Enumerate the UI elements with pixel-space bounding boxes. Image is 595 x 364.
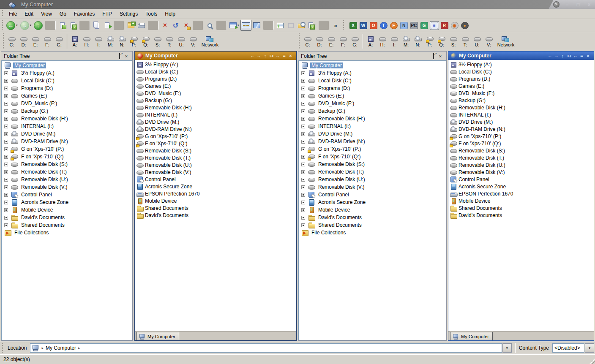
tree-item-file-collections[interactable]: File Collections (2, 229, 132, 236)
tree-item-david-s-documents[interactable]: David's Documents (2, 214, 132, 221)
tree-item-david-s-documents[interactable]: David's Documents (299, 214, 446, 221)
file-item-dvd-drive-m[interactable]: DVD Drive (M:) (449, 118, 594, 125)
menu-item-ftp[interactable]: FTP (98, 10, 116, 18)
folder-search-button[interactable] (296, 20, 307, 31)
tree-item-dvd-music-f[interactable]: DVD_Music (F:) (2, 100, 132, 107)
drive-button-d[interactable]: D: (18, 35, 30, 47)
drive-button-m[interactable]: M: (400, 35, 412, 47)
expand-toggle-icon[interactable] (301, 140, 305, 144)
tree-item-removable-disk-v[interactable]: Removable Disk (V:) (299, 183, 446, 191)
tree-item-shared-documents[interactable]: Shared Documents (2, 221, 132, 229)
file-item-control-panel[interactable]: Control Panel (449, 176, 594, 183)
drive-button-c[interactable]: C: (302, 35, 314, 47)
drive-button-f[interactable]: F: (337, 35, 349, 47)
drive-button-u[interactable]: U: (175, 35, 187, 47)
drive-button-h[interactable]: H: (377, 35, 388, 47)
close-button[interactable]: × (586, 2, 592, 8)
file-item-local-disk-c[interactable]: Local Disk (C:) (449, 68, 594, 75)
tree-item-removable-disk-v[interactable]: Removable Disk (V:) (2, 183, 132, 191)
file-item-g-on-xps-710-p[interactable]: G on 'Xps-710' (P:) (136, 133, 296, 140)
file-item-removable-disk-u[interactable]: Removable Disk (U:) (449, 161, 594, 168)
tree-item-g-on-xps-710-p[interactable]: G on 'Xps-710' (P:) (299, 145, 446, 153)
file-item-shared-documents[interactable]: Shared Documents (136, 204, 296, 212)
tree-item-removable-disk-u[interactable]: Removable Disk (U:) (299, 176, 446, 183)
tree-item-backup-g[interactable]: Backup (G:) (2, 107, 132, 115)
tree-item-3-floppy-a[interactable]: 3½ Floppy (A:) (2, 69, 132, 77)
forward-button[interactable]: → ▾ (19, 20, 33, 31)
file-item-dvd-music-f[interactable]: DVD_Music (F:) (136, 90, 296, 97)
paste-name-button[interactable] (68, 20, 78, 31)
pane-forward-button[interactable]: → (256, 53, 262, 59)
drive-button-i[interactable]: I: (388, 35, 400, 47)
expand-toggle-icon[interactable] (301, 170, 305, 174)
expand-toggle-icon[interactable] (301, 79, 305, 83)
tree-item-internal-i[interactable]: INTERNAL (I:) (2, 122, 132, 130)
expand-toggle-icon[interactable] (301, 109, 305, 113)
toolbar-button[interactable] (193, 21, 203, 30)
resize-grip[interactable] (589, 358, 595, 364)
expand-toggle-icon[interactable] (301, 185, 305, 189)
drive-button-t[interactable]: T: (459, 35, 471, 47)
float-panel-icon[interactable] (430, 54, 437, 59)
drive-button-c[interactable]: C: (6, 35, 18, 47)
file-item-shared-documents[interactable]: Shared Documents (449, 204, 594, 212)
file-item-backup-g[interactable]: Backup (G:) (136, 97, 296, 104)
expand-toggle-icon[interactable] (301, 94, 305, 98)
expand-toggle-icon[interactable] (4, 216, 8, 220)
file-item-g-on-xps-710-p[interactable]: G on 'Xps-710' (P:) (449, 133, 594, 140)
expand-toggle-icon[interactable] (301, 216, 305, 220)
file-item-3-floppy-a[interactable]: 3½ Floppy (A:) (449, 61, 594, 68)
toolbar-button[interactable] (45, 21, 56, 30)
launchbar-grip[interactable] (343, 20, 345, 30)
tree-item-dvd-ram-drive-n[interactable]: DVD-RAM Drive (N:) (299, 138, 446, 145)
toolbar-button[interactable] (216, 21, 227, 30)
drive-button-q[interactable]: Q: (436, 35, 448, 47)
folder-tree-header[interactable]: Folder Tree × (1, 52, 132, 60)
drive-button-m[interactable]: M: (104, 35, 116, 47)
expand-toggle-icon[interactable] (4, 71, 8, 75)
toolbar-grip[interactable] (2, 20, 4, 30)
pane-close-button[interactable]: × (585, 53, 591, 59)
tree-item-backup-g[interactable]: Backup (G:) (299, 107, 446, 115)
skin-menu-icon[interactable]: ✎ (553, 1, 560, 8)
expand-toggle-icon[interactable] (4, 125, 8, 128)
tree-item-programs-d[interactable]: Programs (D:) (2, 84, 132, 92)
expand-toggle-icon[interactable] (301, 201, 305, 204)
menu-item-edit[interactable]: Edit (21, 10, 37, 18)
expand-toggle-icon[interactable] (4, 132, 8, 136)
drive-button-u[interactable]: U: (471, 35, 483, 47)
expand-toggle-icon[interactable] (4, 193, 8, 197)
tree-item-removable-disk-u[interactable]: Removable Disk (U:) (2, 176, 132, 183)
details-view-button[interactable] (275, 20, 286, 31)
locationbar-grip[interactable] (2, 343, 4, 353)
pane-swap-button[interactable]: ↦ (268, 53, 275, 59)
edit-note-button[interactable]: ▾ (307, 20, 317, 31)
expand-toggle-icon[interactable] (301, 208, 305, 212)
back-button[interactable]: ← ▾ (5, 20, 19, 31)
globe-launcher[interactable]: ● (460, 21, 469, 30)
file-item-removable-disk-h[interactable]: Removable Disk (H:) (449, 104, 594, 111)
expand-toggle-icon[interactable] (4, 147, 8, 151)
drive-button-d[interactable]: D: (314, 35, 325, 47)
file-item-epson-perfection-1670[interactable]: EPSON Perfection 1670 (136, 190, 296, 197)
tree-item-dvd-music-f[interactable]: DVD_Music (F:) (299, 100, 446, 107)
menu-item-file[interactable]: File (5, 10, 21, 18)
file-item-programs-d[interactable]: Programs (D:) (136, 75, 296, 82)
tree-item-file-collections[interactable]: File Collections (299, 229, 446, 236)
menubar-grip[interactable] (2, 10, 4, 17)
tree-item-mobile-device[interactable]: Mobile Device (299, 206, 446, 214)
file-item-mobile-device[interactable]: Mobile Device (136, 197, 296, 204)
tree-item-removable-disk-h[interactable]: Removable Disk (H:) (2, 115, 132, 122)
drive-button-h[interactable]: H: (81, 35, 93, 47)
expand-toggle-icon[interactable] (301, 178, 305, 182)
expand-toggle-icon[interactable] (4, 109, 8, 113)
file-item-internal-i[interactable]: INTERNAL (I:) (449, 111, 594, 118)
drive-button-a[interactable]: A: (69, 35, 81, 47)
preview-button[interactable] (205, 20, 215, 31)
pane-forward-button[interactable]: → (553, 53, 560, 59)
file-item-removable-disk-v[interactable]: Removable Disk (V:) (136, 168, 296, 176)
pane-titlebar[interactable]: My Computer ←→↑↦↔=× (135, 52, 296, 60)
breadcrumb-segment[interactable]: My Computer (46, 345, 76, 351)
up-button[interactable]: ↑ (33, 20, 44, 31)
expand-toggle-icon[interactable] (301, 71, 305, 75)
